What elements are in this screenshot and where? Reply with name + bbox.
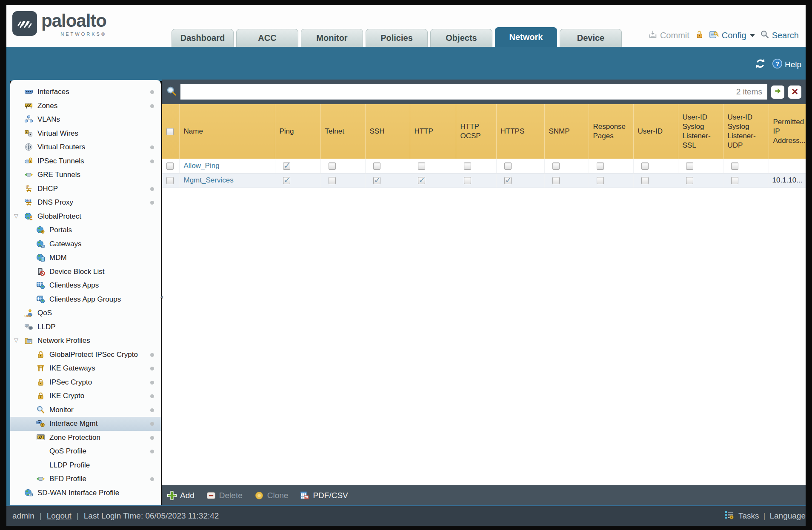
help-button[interactable]: ? Help: [772, 58, 801, 71]
ssh-checkbox[interactable]: [373, 162, 380, 170]
http_ocsp-checkbox[interactable]: [464, 162, 471, 170]
snmp-checkbox[interactable]: [552, 162, 560, 170]
sidebar-item-sd-wan-interface-profile[interactable]: SD-WAN Interface Profile: [10, 486, 161, 500]
column-header-http_ocsp[interactable]: HTTP OCSP: [456, 104, 496, 159]
select-all-checkbox[interactable]: [166, 128, 174, 135]
sidebar-item-dhcp[interactable]: IPDHCP: [10, 182, 161, 196]
column-header-http[interactable]: HTTP: [410, 104, 456, 159]
status-dot: [150, 367, 154, 370]
tab-monitor[interactable]: Monitor: [301, 29, 363, 47]
sidebar-item-clientless-app-groups[interactable]: Clientless App Groups: [10, 293, 161, 307]
telnet-checkbox[interactable]: [329, 162, 336, 170]
http-checkbox[interactable]: [418, 162, 425, 170]
tab-network[interactable]: Network: [495, 27, 557, 47]
column-header-response_pages[interactable]: Response Pages: [589, 104, 633, 159]
pdf-csv-button[interactable]: PDF/CSV: [300, 491, 348, 500]
global-search-button[interactable]: Search: [760, 30, 799, 41]
column-header-uid_syslog_ssl[interactable]: User-ID Syslog Listener-SSL: [678, 104, 723, 159]
tab-device[interactable]: Device: [560, 29, 622, 47]
sidebar-item-ipsec-tunnels[interactable]: IPSec Tunnels: [10, 154, 161, 168]
sidebar-item-interfaces[interactable]: Interfaces: [10, 85, 161, 99]
ssh-checkbox[interactable]: [373, 177, 380, 184]
sidebar-item-lldp-profile[interactable]: LLDP Profile: [10, 459, 161, 473]
tab-objects[interactable]: Objects: [430, 29, 492, 47]
tab-dashboard[interactable]: Dashboard: [172, 29, 234, 47]
sidebar-item-interface-mgmt[interactable]: Interface Mgmt: [10, 417, 161, 431]
ping-checkbox[interactable]: [283, 162, 290, 170]
tab-policies[interactable]: Policies: [366, 29, 428, 47]
column-header-ssh[interactable]: SSH: [365, 104, 410, 159]
ping-checkbox[interactable]: [283, 177, 290, 184]
row-select-checkbox[interactable]: [166, 177, 174, 184]
sidebar-item-bfd-profile[interactable]: BFD Profile: [10, 472, 161, 486]
config-menu-button[interactable]: Config: [709, 29, 755, 42]
refresh-icon[interactable]: [755, 58, 766, 71]
sidebar-item-globalprotect-ipsec-crypto[interactable]: GlobalProtect IPSec Crypto: [10, 348, 161, 362]
row-select-checkbox[interactable]: [166, 162, 174, 170]
sidebar-item-ike-crypto[interactable]: IKE Crypto: [10, 389, 161, 403]
column-header-user_id[interactable]: User-ID: [633, 104, 678, 159]
https-checkbox[interactable]: [504, 177, 512, 184]
user_id-checkbox[interactable]: [641, 162, 649, 170]
sidebar-item-clientless-apps[interactable]: Clientless Apps: [10, 279, 161, 293]
sidebar-item-network-profiles[interactable]: ▽Network Profiles: [10, 334, 161, 348]
svg-text:IP: IP: [26, 184, 30, 188]
config-lock-icon[interactable]: [695, 30, 704, 41]
sidebar-item-portals[interactable]: Portals: [10, 223, 161, 237]
device-block-list-icon: [36, 267, 46, 276]
expand-triangle-icon[interactable]: ▽: [14, 337, 18, 343]
sidebar-item-qos[interactable]: QoSQoS: [10, 306, 161, 320]
tab-acc[interactable]: ACC: [236, 29, 298, 47]
telnet-checkbox[interactable]: [329, 177, 336, 184]
https-checkbox[interactable]: [504, 162, 512, 170]
response_pages-checkbox[interactable]: [597, 177, 604, 184]
column-header-uid_syslog_udp[interactable]: User-ID Syslog Listener-UDP: [723, 104, 769, 159]
uid_syslog_ssl-checkbox[interactable]: [686, 162, 693, 170]
sidebar-item-mdm[interactable]: MDM: [10, 251, 161, 265]
sidebar-item-virtual-routers[interactable]: Virtual Routers: [10, 140, 161, 154]
sidebar-collapse-handle[interactable]: ◄: [159, 294, 164, 299]
snmp-checkbox[interactable]: [552, 177, 560, 184]
row-name-link[interactable]: Allow_Ping: [180, 162, 220, 170]
sidebar-item-monitor[interactable]: Monitor: [10, 403, 161, 417]
sidebar-item-lldp[interactable]: LLDP: [10, 320, 161, 334]
http-checkbox[interactable]: [418, 177, 425, 184]
uid_syslog_udp-checkbox[interactable]: [731, 162, 738, 170]
column-header-telnet[interactable]: Telnet: [320, 104, 365, 159]
column-header-name[interactable]: Name: [179, 104, 275, 159]
delete-button[interactable]: Delete: [206, 491, 243, 500]
row-name-link[interactable]: Mgmt_Services: [180, 176, 234, 184]
add-button[interactable]: Add: [167, 491, 194, 500]
response_pages-checkbox[interactable]: [597, 162, 604, 170]
apply-filter-button[interactable]: [771, 85, 784, 99]
sidebar-item-ike-gateways[interactable]: IKE Gateways: [10, 362, 161, 376]
uid_syslog_udp-checkbox[interactable]: [731, 177, 738, 184]
clear-filter-button[interactable]: ×: [788, 85, 801, 99]
column-header-ping[interactable]: Ping: [275, 104, 320, 159]
tasks-button[interactable]: Tasks: [738, 511, 759, 521]
column-header-permitted_ip[interactable]: Permitted IP Address...: [769, 104, 806, 159]
http_ocsp-checkbox[interactable]: [464, 177, 471, 184]
uid_syslog_ssl-checkbox[interactable]: [686, 177, 693, 184]
sidebar-item-zones[interactable]: Zones: [10, 99, 161, 113]
user_id-checkbox[interactable]: [641, 177, 649, 184]
gateways-icon: [36, 239, 46, 249]
filter-input[interactable]: [180, 84, 767, 100]
sidebar-item-qos-profile[interactable]: QoS Profile: [10, 445, 161, 459]
sidebar-item-ipsec-crypto[interactable]: IPSec Crypto: [10, 376, 161, 390]
sidebar-item-gre-tunnels[interactable]: GRE Tunnels: [10, 168, 161, 182]
sidebar-item-gateways[interactable]: Gateways: [10, 237, 161, 251]
sidebar-item-virtual-wires[interactable]: Virtual Wires: [10, 127, 161, 141]
sidebar-item-globalprotect[interactable]: ▽GlobalProtect: [10, 210, 161, 224]
clone-button[interactable]: Clone: [254, 491, 289, 500]
column-header-snmp[interactable]: SNMP: [544, 104, 589, 159]
logout-link[interactable]: Logout: [47, 511, 71, 521]
sidebar-item-vlans[interactable]: VLANs: [10, 113, 161, 127]
sidebar-item-dns-proxy[interactable]: DNSDNS Proxy: [10, 196, 161, 210]
language-button[interactable]: Language: [769, 511, 806, 521]
sidebar-item-device-block-list[interactable]: Device Block List: [10, 265, 161, 279]
commit-button[interactable]: Commit: [648, 30, 689, 41]
expand-triangle-icon[interactable]: ▽: [14, 213, 18, 219]
sidebar-item-zone-protection[interactable]: Zone Protection: [10, 431, 161, 445]
column-header-https[interactable]: HTTPS: [496, 104, 544, 159]
